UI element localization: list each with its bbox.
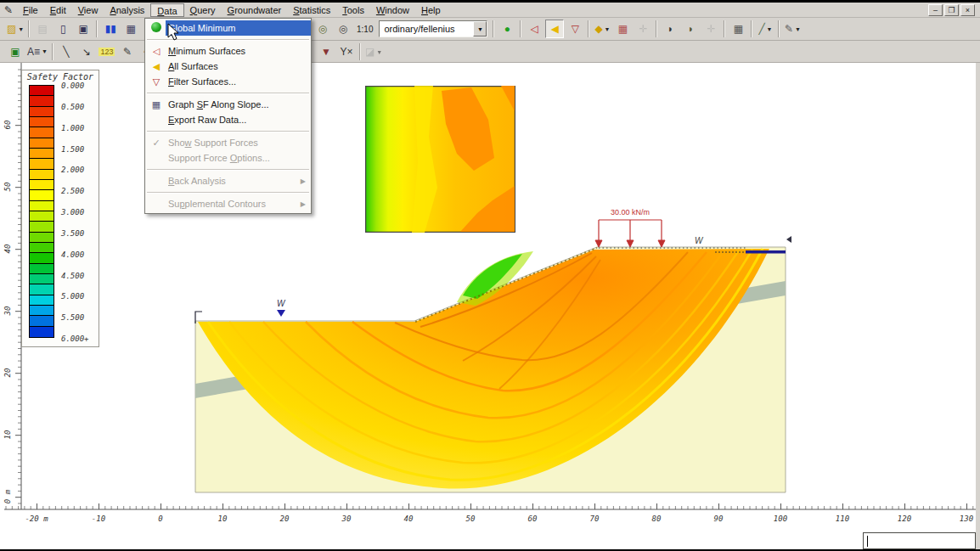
show-columns-button[interactable]: ◗ (681, 20, 700, 38)
restore-button[interactable]: ❐ (944, 4, 959, 16)
show-slices-button[interactable]: ◗ (661, 20, 679, 38)
minimum-surfaces-button[interactable]: ◁ (525, 20, 544, 38)
menubar-item-analysis[interactable]: Analysis (104, 3, 150, 17)
legend-color-segment (30, 211, 54, 222)
app-icon: ✎ (0, 4, 17, 16)
all-surfaces-button[interactable]: ◀ (545, 20, 564, 38)
ruler-bottom: -20 m-100102030405060708090100110120130 (4, 503, 977, 523)
menu-item-back-analysis: Back Analysis▶ (145, 173, 311, 188)
method-combo[interactable]: ordinary/fellenius▼ (379, 20, 487, 37)
global-minimum-button[interactable]: ● (498, 20, 516, 38)
arrow-tool-button[interactable]: ↘ (77, 42, 96, 61)
legend-color-segment (30, 253, 54, 263)
minimum-surfaces-icon: ◁ (531, 23, 538, 35)
legend-color-segment (30, 149, 54, 159)
legend-label: 4.500 (61, 272, 84, 280)
menu-item-global-minimum[interactable]: Global Minimum (166, 20, 311, 36)
chart-columns-button[interactable]: ▮▮ (101, 20, 120, 38)
menubar-item-statistics[interactable]: Statistics (287, 3, 336, 17)
toolbar-separator (778, 20, 780, 37)
legend-color-segment (30, 127, 54, 138)
ruler-left: 6050403020100 m (3, 63, 21, 509)
menu-item-graph-sf-along-slope[interactable]: ▦Graph SF Along Slope... (145, 97, 311, 112)
text-style-button[interactable]: A≡▼ (26, 42, 48, 61)
zoom-in-button[interactable]: ◎ (313, 20, 332, 38)
pencil-tool-button[interactable]: ✎ (118, 42, 137, 61)
measure-icon: ╱ (758, 23, 764, 35)
close-button[interactable]: × (960, 4, 975, 16)
water-triangle-icon (277, 310, 285, 317)
right-boundary-marker (786, 236, 791, 243)
svg-text:120: 120 (898, 514, 911, 523)
menubar-item-edit[interactable]: Edit (44, 3, 72, 17)
menubar-item-query[interactable]: Query (184, 3, 222, 17)
open-button[interactable]: ▨▼ (6, 20, 25, 38)
page-number-button[interactable]: ▣ (6, 42, 25, 61)
menubar-item-file[interactable]: File (17, 3, 44, 17)
query-slice-button[interactable]: ◆▼ (593, 20, 611, 38)
menubar-item-view[interactable]: View (72, 3, 104, 17)
sort-icon: ▼ (321, 46, 331, 58)
data-menu-dropdown: Global Minimum◁Minimum Surfaces◀All Surf… (144, 18, 312, 214)
legend-color-segment (30, 86, 54, 96)
menubar-item-tools[interactable]: Tools (336, 3, 370, 17)
menu-item-export-raw-data[interactable]: Export Raw Data... (145, 112, 311, 127)
dimension-button[interactable]: 123 (98, 42, 116, 61)
menu-item-supplemental-contours: Supplemental Contours▶ (145, 196, 311, 211)
text-style-icon: A≡ (27, 46, 40, 58)
chevron-down-icon[interactable]: ▼ (795, 26, 801, 32)
menu-separator (147, 169, 309, 170)
submenu-arrow-icon: ▶ (301, 177, 306, 185)
menubar-item-window[interactable]: Window (370, 3, 415, 17)
zoom-out-button[interactable]: ◎ (334, 20, 352, 38)
chevron-down-icon[interactable]: ▼ (376, 49, 382, 55)
minimize-button[interactable]: – (928, 4, 943, 16)
menubar-item-data[interactable]: Data (150, 3, 183, 17)
menu-item-minimum-surfaces[interactable]: ◁Minimum Surfaces (145, 43, 311, 59)
right-gutter (976, 63, 980, 551)
legend-title: Safety Factor (22, 72, 99, 82)
toolbar-separator (751, 20, 752, 37)
print-button[interactable]: ▣ (74, 20, 93, 38)
line-tool-button[interactable]: ╲ (57, 42, 76, 61)
print-preview-button[interactable]: ▯ (54, 20, 72, 38)
legend-color-segment (30, 243, 54, 253)
zoom-in-icon: ◎ (318, 23, 327, 35)
legend-label: 2.000 (61, 166, 84, 174)
menubar-item-help[interactable]: Help (415, 3, 447, 17)
coordinate-input[interactable] (863, 532, 976, 549)
legend-label: 0.500 (61, 103, 84, 111)
menubar-item-groundwater[interactable]: Groundwater (222, 3, 288, 17)
annotate-button[interactable]: ✎▼ (783, 20, 802, 38)
chevron-down-icon[interactable]: ▼ (473, 21, 487, 37)
toolbar-separator (520, 20, 521, 37)
menu-item-all-surfaces[interactable]: ◀All Surfaces (145, 59, 311, 74)
svg-text:70: 70 (590, 514, 600, 523)
sort-button[interactable]: ▼ (317, 42, 335, 61)
chevron-down-icon[interactable]: ▼ (42, 48, 48, 54)
menu-item-filter-surfaces[interactable]: ▽Filter Surfaces... (145, 74, 311, 89)
legend-label: 1.500 (61, 145, 84, 154)
graph-query-button[interactable]: ▦ (613, 20, 632, 38)
legend-colorbar (29, 85, 54, 338)
chevron-down-icon[interactable]: ▼ (18, 26, 24, 32)
safety-factor-legend: Safety Factor 0.0000.5001.0001.5002.0002… (21, 70, 99, 347)
axes-button[interactable]: Y× (337, 42, 356, 61)
measure-button[interactable]: ╱▼ (756, 20, 774, 38)
menu-item-label: Filter Surfaces... (168, 76, 236, 87)
load-value-label: 30.00 kN/m (611, 208, 650, 216)
svg-text:100: 100 (774, 514, 787, 523)
water-label-right: W (695, 236, 704, 245)
chevron-down-icon[interactable]: ▼ (605, 26, 611, 32)
svg-text:10: 10 (3, 430, 12, 440)
chevron-down-icon[interactable]: ▼ (767, 26, 773, 32)
graph-sf-button[interactable]: ▦ (729, 20, 747, 38)
annotate-icon: ✎ (785, 23, 793, 35)
chart-columns-icon: ▮▮ (105, 23, 116, 35)
filter-surfaces-button[interactable]: ▽ (566, 20, 584, 38)
min-surfaces-icon: ◁ (149, 46, 164, 57)
copy-button[interactable]: ▦ (121, 20, 140, 38)
legend-color-segment (30, 284, 54, 295)
all-surfaces-icon: ◀ (551, 23, 559, 35)
toolbar-separator (493, 20, 494, 37)
